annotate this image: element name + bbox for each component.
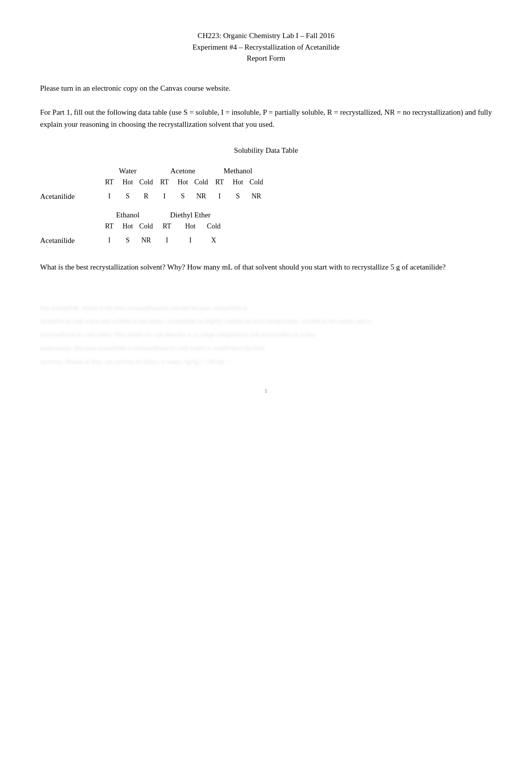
ethanol-sub-hot: Hot [119, 222, 137, 230]
header-line1: CH223: Organic Chemistry Lab I – Fall 20… [40, 30, 492, 42]
acetone-sub-hot: Hot [174, 178, 192, 186]
methanol-val-cold: NR [247, 192, 265, 200]
blurred-line-5: recovery. Based on that, our solvent of … [40, 357, 492, 367]
header-line2: Experiment #4 – Recrystallization of Ace… [40, 42, 492, 53]
water-sub-cold: Cold [137, 178, 155, 186]
ethanol-sub-rt: RT [100, 222, 119, 230]
table-section: Solubility Data Table Water RT Hot Cold … [40, 146, 492, 245]
acetone-val-rt: I [155, 192, 174, 200]
blurred-line-4: temperature. Because acetanilide is recr… [40, 343, 492, 354]
blurred-line-3: recrystallized in cold water. This means… [40, 330, 492, 340]
header-line3: Report Form [40, 53, 492, 64]
blurred-line-2: insoluble in cold water and soluble in h… [40, 316, 492, 327]
page-number-area: 1 [40, 387, 492, 395]
compound-label-acetanilide-2: Acetanilide [40, 236, 100, 245]
acetone-val-hot: S [174, 192, 192, 200]
blurred-line-1: For acetanilide, Water is the best recry… [40, 303, 492, 314]
compound-label-row1 [40, 167, 100, 186]
page-number: 1 [264, 387, 268, 394]
diethylether-val-rt: I [155, 236, 179, 244]
methanol-val-hot: S [229, 192, 247, 200]
diethylether-sub-cold: Cold [202, 222, 225, 230]
question-content: What is the best recrystallization solve… [40, 263, 446, 271]
table-title: Solubility Data Table [40, 146, 492, 155]
water-val-hot: S [119, 192, 137, 200]
ethanol-val-hot: S [119, 236, 137, 244]
water-header: Water [100, 167, 155, 175]
ethanol-val-cold: NR [137, 236, 155, 244]
diethylether-val-hot: I [179, 236, 202, 244]
methanol-val-rt: I [210, 192, 229, 200]
diethylether-sub-rt: RT [155, 222, 179, 230]
page-header: CH223: Organic Chemistry Lab I – Fall 20… [40, 30, 492, 64]
acetone-val-cold: NR [192, 192, 210, 200]
methanol-sub-cold: Cold [247, 178, 265, 186]
blurred-answer-section: For acetanilide, Water is the best recry… [40, 303, 492, 367]
methanol-sub-rt: RT [210, 178, 229, 186]
ethanol-val-rt: I [100, 236, 119, 244]
diethylether-header: Diethyl Ether [155, 211, 225, 219]
acetone-sub-rt: RT [155, 178, 174, 186]
diethylether-sub-hot: Hot [179, 222, 202, 230]
water-val-rt: I [100, 192, 119, 200]
water-val-cold: R [137, 192, 155, 200]
acetone-header: Acetone [155, 167, 210, 175]
ethanol-header: Ethanol [100, 211, 155, 219]
water-sub-rt: RT [100, 178, 119, 186]
part1-text: For Part 1, fill out the following data … [40, 106, 492, 130]
water-sub-hot: Hot [119, 178, 137, 186]
methanol-sub-hot: Hot [229, 178, 247, 186]
intro-text: Please turn in an electronic copy on the… [40, 82, 492, 94]
compound-label-row2 [40, 211, 100, 230]
compound-label-acetanilide-1: Acetanilide [40, 192, 100, 201]
diethylether-val-cold: X [202, 236, 225, 244]
question-text: What is the best recrystallization solve… [40, 261, 492, 273]
ethanol-sub-cold: Cold [137, 222, 155, 230]
methanol-header: Methanol [210, 167, 265, 175]
acetone-sub-cold: Cold [192, 178, 210, 186]
solubility-table-row1: Water RT Hot Cold Acetone RT Hot Cold [40, 167, 492, 245]
